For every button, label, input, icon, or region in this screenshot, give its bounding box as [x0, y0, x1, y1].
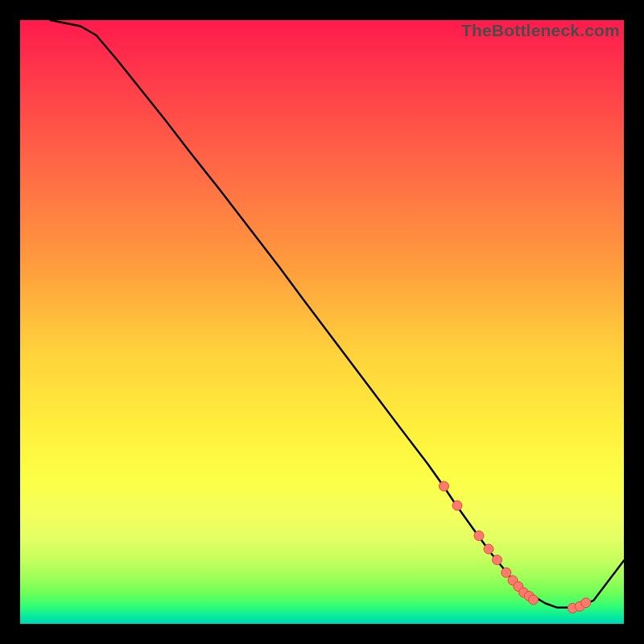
curve-marker	[484, 544, 493, 554]
curve-marker	[502, 568, 511, 577]
curve-marker	[474, 531, 484, 541]
curve-marker	[529, 595, 539, 605]
bottleneck-curve	[51, 20, 625, 608]
curve-marker	[493, 555, 502, 565]
curve-marker	[440, 481, 449, 491]
curve-marker	[581, 598, 591, 608]
curve-marker	[452, 501, 462, 510]
chart-overlay	[0, 0, 644, 644]
